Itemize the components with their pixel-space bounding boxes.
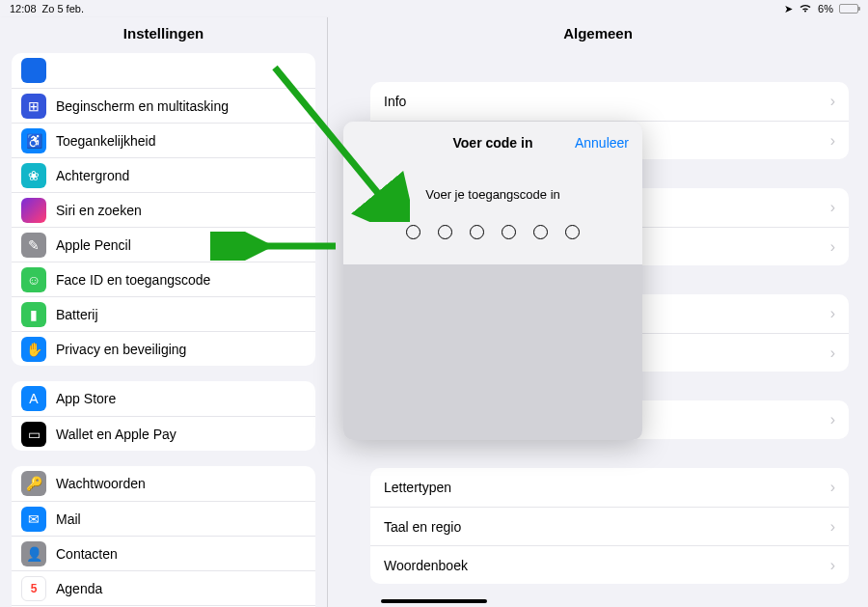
sidebar-icon <box>21 58 46 83</box>
sidebar-item-label: Privacy en beveiliging <box>56 342 306 357</box>
cancel-button[interactable]: Annuleer <box>575 122 629 164</box>
sidebar-icon: ▮ <box>21 302 46 327</box>
sidebar-icon: ☺ <box>21 267 46 292</box>
sidebar-item-label: Wachtwoorden <box>56 476 306 491</box>
detail-row[interactable]: Info› <box>370 82 849 121</box>
passcode-dot <box>470 225 484 239</box>
sidebar-item[interactable]: 🔑Wachtwoorden <box>12 466 315 501</box>
passcode-dots[interactable] <box>343 225 642 239</box>
home-indicator <box>381 599 487 603</box>
detail-group: Lettertypen›Taal en regio›Woordenboek› <box>370 468 849 584</box>
sidebar-item[interactable]: Siri en zoeken <box>12 192 315 227</box>
status-date: Zo 5 feb. <box>42 3 84 14</box>
sidebar-icon: ✋ <box>21 337 46 362</box>
sidebar-icon: 5 <box>21 576 46 601</box>
location-icon: ➤ <box>784 3 793 15</box>
sidebar-item-label: Wallet en Apple Pay <box>56 427 306 442</box>
sidebar-icon: ✉ <box>21 507 46 532</box>
sidebar-item[interactable]: ▮Batterij <box>12 296 315 331</box>
detail-row-label: Info <box>384 94 830 109</box>
sidebar-icon: 👤 <box>21 541 46 566</box>
sidebar-icon: ♿ <box>21 128 46 153</box>
sidebar-item-label: Beginscherm en multitasking <box>56 98 306 114</box>
passcode-dot <box>565 225 580 239</box>
sidebar-item[interactable]: ✉Mail <box>12 501 315 536</box>
sidebar-scroll[interactable]: ⊞Beginscherm en multitasking♿Toegankelij… <box>0 53 327 607</box>
sidebar-icon: ▭ <box>21 422 46 447</box>
passcode-modal: Voer code in Annuleer Voer je toegangsco… <box>343 122 642 440</box>
chevron-right-icon: › <box>830 411 835 428</box>
sidebar-item[interactable]: ✎Apple Pencil <box>12 227 315 262</box>
sidebar-group: AApp Store▭Wallet en Apple Pay <box>12 381 315 451</box>
sidebar-item[interactable]: ✋Privacy en beveiliging <box>12 331 315 366</box>
detail-row[interactable]: Woordenboek› <box>370 545 849 584</box>
sidebar-item-label: App Store <box>56 391 306 406</box>
sidebar-icon: ❀ <box>21 163 46 188</box>
detail-row[interactable]: Taal en regio› <box>370 507 849 545</box>
sidebar-icon <box>21 198 46 223</box>
sidebar-group: 🔑Wachtwoorden✉Mail👤Contacten5Agenda📝Noti… <box>12 466 315 607</box>
status-time: 12:08 <box>10 3 37 14</box>
sidebar-title: Instellingen <box>0 17 327 53</box>
sidebar-item[interactable]: 5Agenda <box>12 570 315 605</box>
sidebar-item-label: Toegankelijkheid <box>56 133 306 149</box>
sidebar-item-label: Siri en zoeken <box>56 203 306 218</box>
sidebar-item[interactable]: 👤Contacten <box>12 536 315 570</box>
sidebar-item-label: Contacten <box>56 546 306 562</box>
chevron-right-icon: › <box>830 305 835 322</box>
sidebar-icon: A <box>21 386 46 411</box>
detail-title: Algemeen <box>328 17 868 53</box>
status-bar: 12:08 Zo 5 feb. ➤ 6% <box>0 0 868 17</box>
chevron-right-icon: › <box>830 557 835 574</box>
sidebar-icon: 🔑 <box>21 471 46 496</box>
chevron-right-icon: › <box>830 345 835 362</box>
detail-row-label: Woordenboek <box>384 558 830 573</box>
settings-sidebar: Instellingen ⊞Beginscherm en multitaskin… <box>0 17 328 607</box>
passcode-dot <box>406 225 420 239</box>
sidebar-icon: ⊞ <box>21 94 46 119</box>
sidebar-icon: ✎ <box>21 233 46 258</box>
wifi-icon <box>799 3 812 14</box>
sidebar-item-label: Mail <box>56 511 306 527</box>
sidebar-item[interactable]: ⊞Beginscherm en multitasking <box>12 88 315 123</box>
sidebar-item[interactable] <box>12 53 315 88</box>
detail-row-label: Lettertypen <box>384 480 830 495</box>
battery-icon <box>839 4 858 14</box>
sidebar-item-label: Face ID en toegangscode <box>56 272 306 288</box>
detail-row[interactable]: Lettertypen› <box>370 468 849 507</box>
chevron-right-icon: › <box>830 479 835 496</box>
sidebar-item[interactable]: ☺Face ID en toegangscode <box>12 262 315 296</box>
modal-message: Voer je toegangscode in <box>343 187 642 202</box>
chevron-right-icon: › <box>830 93 835 110</box>
sidebar-item-label: Apple Pencil <box>56 237 306 253</box>
sidebar-item[interactable]: ▭Wallet en Apple Pay <box>12 416 315 451</box>
passcode-dot <box>533 225 548 239</box>
detail-row-label: Taal en regio <box>384 519 830 535</box>
sidebar-group: ⊞Beginscherm en multitasking♿Toegankelij… <box>12 53 315 366</box>
chevron-right-icon: › <box>830 199 835 216</box>
chevron-right-icon: › <box>830 238 835 256</box>
chevron-right-icon: › <box>830 518 835 536</box>
passcode-dot <box>502 225 516 239</box>
sidebar-item-label: Agenda <box>56 581 306 596</box>
sidebar-item[interactable]: ♿Toegankelijkheid <box>12 123 315 157</box>
battery-percent: 6% <box>818 3 833 14</box>
passcode-dot <box>438 225 452 239</box>
modal-title: Voer code in <box>453 135 533 151</box>
sidebar-item-label: Batterij <box>56 307 306 322</box>
sidebar-item[interactable]: AApp Store <box>12 381 315 416</box>
sidebar-item-label: Achtergrond <box>56 168 306 183</box>
chevron-right-icon: › <box>830 132 835 150</box>
sidebar-item[interactable]: ❀Achtergrond <box>12 157 315 192</box>
